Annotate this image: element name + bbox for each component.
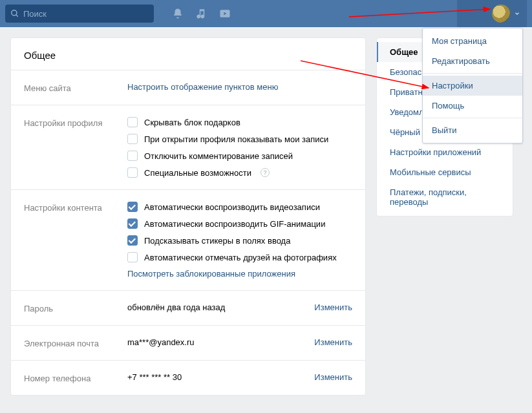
blocked-apps-link[interactable]: Посмотреть заблокированные приложения xyxy=(127,269,352,279)
checkbox-label: Скрывать блок подарков xyxy=(144,118,240,127)
checkbox-label: Автоматически отмечать друзей на фотогра… xyxy=(144,253,337,262)
change-password-link[interactable]: Изменить xyxy=(314,302,352,313)
checkbox-icon xyxy=(127,134,138,144)
dropdown-my-page[interactable]: Моя страница xyxy=(423,31,522,51)
checkbox-label: Отключить комментирование записей xyxy=(144,151,293,161)
side-nav-mobile[interactable]: Мобильные сервисы xyxy=(377,162,513,182)
checkbox-hide-gifts[interactable]: Скрывать блок подарков xyxy=(127,117,352,127)
content-settings-options: Автоматически воспроизводить видеозаписи… xyxy=(127,202,352,262)
row-content-settings: Настройки контента Автоматически воспрои… xyxy=(11,190,365,291)
checkbox-disable-comments[interactable]: Отключить комментирование записей xyxy=(127,151,352,161)
checkbox-icon xyxy=(127,151,138,161)
checkbox-label: Специальные возможности xyxy=(144,168,251,178)
row-label: Пароль xyxy=(24,302,127,313)
checkbox-icon xyxy=(127,252,138,262)
chevron-down-icon xyxy=(514,9,520,19)
dropdown-separator xyxy=(423,118,522,118)
configure-menu-link[interactable]: Настроить отображение пунктов меню xyxy=(127,82,352,93)
row-email: Электронная почта ma***@yandex.ru Измени… xyxy=(11,326,365,361)
row-site-menu: Меню сайта Настроить отображение пунктов… xyxy=(11,70,365,105)
profile-settings-options: Скрывать блок подарков При открытии проф… xyxy=(127,117,352,178)
checkbox-accessibility[interactable]: Специальные возможности? xyxy=(127,167,352,178)
app-header: Поиск xyxy=(0,0,532,27)
checkbox-icon xyxy=(127,202,138,212)
dropdown-edit[interactable]: Редактировать xyxy=(423,51,522,71)
help-icon[interactable]: ? xyxy=(261,168,270,177)
checkbox-label: Подсказывать стикеры в полях ввода xyxy=(144,236,290,246)
password-value: обновлён два года назад xyxy=(127,302,314,313)
profile-dropdown: Моя страница Редактировать Настройки Пом… xyxy=(422,28,523,143)
music-icon[interactable] xyxy=(195,8,207,19)
svg-point-0 xyxy=(12,10,17,16)
checkbox-icon xyxy=(127,218,138,229)
change-email-link[interactable]: Изменить xyxy=(314,337,352,348)
search-icon xyxy=(10,9,19,18)
checkbox-icon xyxy=(127,235,138,246)
search-placeholder: Поиск xyxy=(23,9,47,19)
checkbox-suggest-stickers[interactable]: Подсказывать стикеры в полях ввода xyxy=(127,235,352,246)
avatar xyxy=(492,5,510,23)
row-label: Номер телефона xyxy=(24,372,127,383)
dropdown-settings[interactable]: Настройки xyxy=(423,76,522,96)
dropdown-separator xyxy=(423,73,522,74)
checkbox-autoplay-video[interactable]: Автоматически воспроизводить видеозаписи xyxy=(127,202,352,212)
header-icons xyxy=(172,7,231,20)
checkbox-icon xyxy=(127,167,138,178)
row-phone: Номер телефона +7 *** *** ** 30 Изменить xyxy=(11,361,365,395)
checkbox-icon xyxy=(127,117,138,127)
page-title: Общее xyxy=(11,38,365,70)
side-nav-app-settings[interactable]: Настройки приложений xyxy=(377,142,513,162)
settings-main-card: Общее Меню сайта Настроить отображение п… xyxy=(10,37,366,396)
checkbox-autotag-friends[interactable]: Автоматически отмечать друзей на фотогра… xyxy=(127,252,352,262)
checkbox-label: Автоматически воспроизводить GIF-анимаци… xyxy=(144,219,325,229)
bell-icon[interactable] xyxy=(172,8,184,19)
svg-line-1 xyxy=(16,15,18,17)
dropdown-help[interactable]: Помощь xyxy=(423,96,522,116)
header-right xyxy=(457,0,527,27)
row-password: Пароль обновлён два года назад Изменить xyxy=(11,291,365,326)
checkbox-label: Автоматически воспроизводить видеозаписи xyxy=(144,202,320,212)
checkbox-autoplay-gif[interactable]: Автоматически воспроизводить GIF-анимаци… xyxy=(127,218,352,229)
dropdown-logout[interactable]: Выйти xyxy=(423,120,522,140)
row-label: Настройки контента xyxy=(24,202,127,279)
change-phone-link[interactable]: Изменить xyxy=(314,372,352,383)
row-label: Электронная почта xyxy=(24,337,127,348)
side-nav-payments[interactable]: Платежи, подписки, переводы xyxy=(377,182,513,212)
search-input[interactable]: Поиск xyxy=(5,5,154,23)
row-profile-settings: Настройки профиля Скрывать блок подарков… xyxy=(11,105,365,190)
checkbox-label: При открытии профиля показывать мои запи… xyxy=(144,134,328,144)
phone-value: +7 *** *** ** 30 xyxy=(127,372,314,383)
profile-menu-trigger[interactable] xyxy=(457,0,527,27)
video-icon[interactable] xyxy=(218,7,231,20)
row-label: Настройки профиля xyxy=(24,117,127,178)
email-value: ma***@yandex.ru xyxy=(127,337,314,348)
row-label: Меню сайта xyxy=(24,82,127,93)
checkbox-show-posts[interactable]: При открытии профиля показывать мои запи… xyxy=(127,134,352,144)
